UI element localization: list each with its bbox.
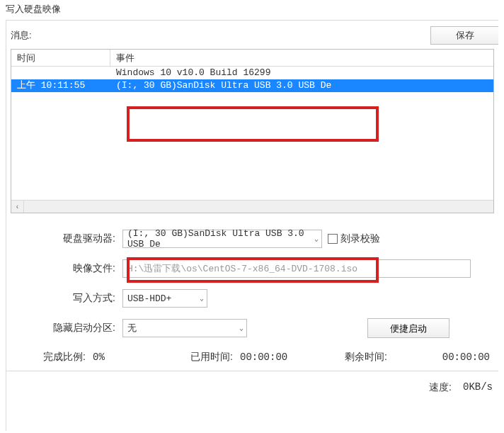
value-speed: 0KB/s	[463, 381, 493, 394]
row-drive: 硬盘驱动器: (I:, 30 GB)SanDisk Ultra USB 3.0 …	[12, 226, 493, 252]
image-file-input[interactable]: H:\迅雷下载\os\CentOS-7-x86_64-DVD-1708.iso	[122, 259, 471, 278]
col-header-event[interactable]: 事件	[110, 50, 493, 66]
table-row[interactable]: 上午 10:11:55(I:, 30 GB)SanDisk Ultra USB …	[11, 79, 493, 92]
label-hide: 隐藏启动分区:	[12, 322, 122, 334]
checkbox-box-icon	[328, 234, 338, 244]
write-disk-image-dialog: 写入硬盘映像 消息: 保存 时间 事件 Windows 10 v10.0 Bui…	[0, 0, 504, 433]
write-method-value: USB-HDD+	[127, 293, 171, 304]
chevron-down-icon: ⌄	[239, 324, 244, 332]
label-drive: 硬盘驱动器:	[12, 232, 122, 245]
scroll-left-icon[interactable]: ‹	[11, 201, 24, 213]
speed-row: 速度: 0KB/s	[6, 371, 498, 394]
form-area: 硬盘驱动器: (I:, 30 GB)SanDisk Ultra USB 3.0 …	[12, 226, 493, 341]
hide-boot-combobox[interactable]: 无 ⌄	[122, 319, 247, 337]
cell-time	[11, 67, 110, 79]
drive-value: (I:, 30 GB)SanDisk Ultra USB 3.0 USB De	[127, 228, 306, 249]
horiz-scrollbar[interactable]: ‹	[11, 200, 493, 213]
row-method: 写入方式: USB-HDD+ ⌄	[12, 286, 493, 311]
label-method: 写入方式:	[12, 292, 122, 305]
cell-event: Windows 10 v10.0 Build 16299	[110, 67, 493, 79]
row-hide: 隐藏启动分区: 无 ⌄ 便捷启动	[12, 315, 493, 341]
grid-header: 时间 事件	[11, 50, 493, 67]
label-speed: 速度:	[429, 381, 452, 394]
value-pct: 0%	[88, 352, 149, 363]
window-title: 写入硬盘映像	[0, 0, 504, 20]
table-row[interactable]: Windows 10 v10.0 Build 16299	[11, 67, 493, 79]
checksum-label: 刻录校验	[340, 232, 380, 245]
label-pct: 完成比例:	[12, 351, 86, 364]
progress-row: 完成比例: 0% 已用时间: 00:00:00 剩余时间: 00:00:00	[6, 345, 498, 371]
hide-boot-value: 无	[127, 322, 137, 334]
chevron-down-icon: ⌄	[200, 294, 204, 303]
drive-combobox[interactable]: (I:, 30 GB)SanDisk Ultra USB 3.0 USB De …	[122, 230, 322, 248]
message-list: 时间 事件 Windows 10 v10.0 Build 16299上午 10:…	[11, 49, 494, 213]
dialog-body: 消息: 保存 时间 事件 Windows 10 v10.0 Build 1629…	[6, 20, 498, 431]
grid-body[interactable]: Windows 10 v10.0 Build 16299上午 10:11:55(…	[11, 67, 493, 200]
cell-time: 上午 10:11:55	[11, 79, 110, 92]
info-label: 消息:	[11, 29, 430, 42]
quick-boot-button[interactable]: 便捷启动	[367, 318, 449, 338]
chevron-down-icon: ⌄	[314, 235, 319, 243]
value-remain: 00:00:00	[390, 352, 493, 363]
label-elapsed: 已用时间:	[152, 351, 233, 364]
info-row: 消息: 保存	[6, 26, 498, 49]
label-image: 映像文件:	[12, 262, 122, 275]
write-method-combobox[interactable]: USB-HDD+ ⌄	[122, 289, 207, 308]
row-image: 映像文件: H:\迅雷下载\os\CentOS-7-x86_64-DVD-170…	[12, 256, 493, 281]
image-file-value: H:\迅雷下载\os\CentOS-7-x86_64-DVD-1708.iso	[127, 262, 357, 275]
save-button[interactable]: 保存	[430, 26, 498, 45]
value-elapsed: 00:00:00	[236, 352, 314, 363]
cell-event: (I:, 30 GB)SanDisk Ultra USB 3.0 USB De	[110, 79, 493, 92]
col-header-time[interactable]: 时间	[11, 50, 110, 66]
checksum-checkbox[interactable]: 刻录校验	[328, 232, 380, 245]
label-remain: 剩余时间:	[316, 351, 387, 364]
